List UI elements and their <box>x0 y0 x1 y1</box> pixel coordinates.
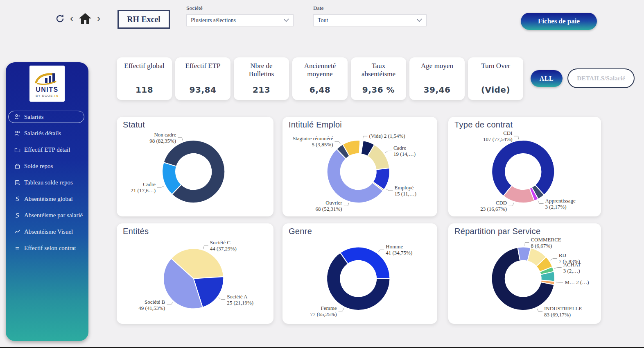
donut-chart-intitule-emploi[interactable]: (Vide) 2 (1,54%)Cadre19 (14,…)Employé15 … <box>282 117 437 216</box>
chart-title: Genre <box>289 227 312 236</box>
rows-icon <box>14 245 20 251</box>
sidebar-item-absenteisme-visuel[interactable]: Absentéisme Visuel <box>8 225 84 238</box>
kpi-card-nbre-bulletins: Nbre de Bulletins 213 <box>234 57 289 100</box>
sidebar: UNITS BY ECOS-IA Salariés Salariés détai… <box>6 62 88 341</box>
svg-text:COMMERCE8 (6,67%): COMMERCE8 (6,67%) <box>531 237 561 249</box>
svg-text:Société A25 (21,19%): Société A25 (21,19%) <box>227 293 253 306</box>
sidebar-item-label: Tableau solde repos <box>24 179 73 186</box>
kpi-value: 9,36 % <box>362 85 395 100</box>
sidebar-item-label: Absentéisme Visuel <box>24 228 73 235</box>
sidebar-nav: Salariés Salariés détails Effectif ETP d… <box>6 111 88 254</box>
sidebar-item-effectif-etp[interactable]: Effectif ETP détail <box>8 143 84 156</box>
clipboard-icon <box>14 180 20 186</box>
sidebar-item-label: Absentéisme par salarié <box>24 212 83 219</box>
sidebar-item-label: Salariés <box>24 114 43 121</box>
kpi-label: Effectif ETP <box>180 57 226 70</box>
svg-text:M… 2 (…): M… 2 (…) <box>565 279 589 285</box>
chart-card-genre: Genre Homme41 (34,75%)Femme77 (65,25%) <box>282 223 437 324</box>
bar-chart-logo-icon <box>34 71 61 86</box>
svg-text:CDI107 (77,54%): CDI107 (77,54%) <box>483 130 513 142</box>
chart-title: Type de contrat <box>454 120 513 130</box>
sidebar-item-label: Solde repos <box>24 163 53 170</box>
kpi-value: 93,84 <box>190 85 217 100</box>
page-title: RH Excel <box>118 10 170 29</box>
date-filter-label: Date <box>313 5 427 11</box>
sidebar-item-absenteisme-global[interactable]: Absentéisme global <box>8 193 84 205</box>
sidebar-item-label: Salariés détails <box>24 130 61 137</box>
donut-chart-statut[interactable]: Non cadre98 (82,35%)Cadre21 (17,6…) <box>117 117 273 216</box>
donut-chart-repartition-service[interactable]: COMMERCE8 (6,67%)RD7 (5,83%)ACHAT3 (2,…)… <box>448 223 601 324</box>
svg-text:Stagiaire rémunéré5 (3,85%): Stagiaire rémunéré5 (3,85%) <box>293 135 333 148</box>
back-chevron-icon[interactable]: ‹ <box>69 14 74 23</box>
s-curve-icon <box>14 196 20 202</box>
pie-chart-entites[interactable]: Société C44 (37,29%)Société A25 (21,19%)… <box>117 223 273 324</box>
svg-text:Cadre21 (17,6…): Cadre21 (17,6…) <box>131 181 156 193</box>
all-view-button[interactable]: ALL <box>531 70 563 87</box>
svg-text:CDD23 (16,67%): CDD23 (16,67%) <box>480 200 507 212</box>
kpi-card-age-moyen: Age moyen 39,46 <box>409 57 465 100</box>
sidebar-item-salaries[interactable]: Salariés <box>8 111 84 123</box>
employee-icon <box>14 114 20 120</box>
chart-card-entites: Entités Société C44 (37,29%)Société A25 … <box>117 223 273 324</box>
kpi-value: 118 <box>136 85 153 100</box>
svg-text:Ouvrier68 (52,31%): Ouvrier68 (52,31%) <box>316 200 343 212</box>
kpi-card-effectif-global: Effectif global 118 <box>117 57 172 100</box>
trend-line-icon <box>14 229 20 235</box>
societe-dropdown[interactable]: Plusieurs sélections <box>186 14 294 26</box>
svg-text:ACHAT3 (2,…): ACHAT3 (2,…) <box>563 262 581 274</box>
sidebar-item-solde-repos[interactable]: Solde repos <box>8 160 84 172</box>
details-view-button[interactable]: DETAILS/Salarié <box>567 68 635 88</box>
kpi-value: (Vide) <box>481 85 510 100</box>
date-dropdown[interactable]: Tout <box>313 14 427 26</box>
logo-brand-text: UNITS <box>36 86 59 93</box>
sidebar-item-label: Absentéisme global <box>24 196 73 202</box>
societe-dropdown-value: Plusieurs sélections <box>191 17 236 24</box>
svg-text:Homme41 (34,75%): Homme41 (34,75%) <box>386 243 412 256</box>
sidebar-item-effectif-contrat[interactable]: Effectif selon contrat <box>8 242 84 254</box>
date-dropdown-value: Tout <box>318 17 328 24</box>
kpi-card-taux-absenteisme: Taux absentéisme 9,36 % <box>351 57 406 100</box>
chart-card-repartition-service: Répartition par Service COMMERCE8 (6,67%… <box>448 223 601 324</box>
home-icon[interactable] <box>78 12 92 25</box>
employee-icon <box>14 130 20 136</box>
svg-text:Femme77 (65,25%): Femme77 (65,25%) <box>310 305 337 317</box>
kpi-label: Nbre de Bulletins <box>239 57 285 78</box>
kpi-value: 213 <box>253 85 270 100</box>
kpi-label: Age moyen <box>414 57 460 70</box>
folder-icon <box>14 147 20 153</box>
chart-card-statut: Statut Non cadre98 (82,35%)Cadre21 (17,6… <box>117 117 273 216</box>
svg-text:Société C44 (37,29%): Société C44 (37,29%) <box>210 239 237 252</box>
svg-text:Apprentissage3 (2,17%): Apprentissage3 (2,17%) <box>545 198 576 210</box>
kpi-label: Taux absentéisme <box>356 57 402 78</box>
payslips-button[interactable]: Fiches de paie <box>521 13 597 30</box>
kpi-label: Turn Over <box>473 57 519 70</box>
svg-text:INDUSTRIELLE83 (69,17%): INDUSTRIELLE83 (69,17%) <box>544 305 582 318</box>
sidebar-item-label: Effectif ETP détail <box>24 146 70 153</box>
chevron-down-icon <box>283 18 289 22</box>
sidebar-item-absenteisme-salarie[interactable]: Absentéisme par salarié <box>8 209 84 221</box>
refresh-icon[interactable] <box>55 14 65 24</box>
chevron-down-icon <box>416 18 422 22</box>
bag-icon <box>14 163 20 169</box>
kpi-card-anciennete: Ancienneté moyenne 6,48 <box>292 57 348 100</box>
societe-filter: Société Plusieurs sélections <box>186 5 294 26</box>
sidebar-item-salaries-details[interactable]: Salariés détails <box>8 127 84 139</box>
svg-text:Employé15 (11,…): Employé15 (11,…) <box>394 184 416 197</box>
svg-text:Non cadre98 (82,35%): Non cadre98 (82,35%) <box>149 132 176 144</box>
sidebar-item-label: Effectif selon contrat <box>24 245 76 252</box>
chart-card-type-contrat: Type de contrat CDI107 (77,54%)Apprentis… <box>448 117 601 216</box>
kpi-value: 6,48 <box>310 85 330 100</box>
logo-sub-text: BY ECOS-IA <box>36 94 59 98</box>
kpi-label: Effectif global <box>122 57 167 70</box>
kpi-label: Ancienneté moyenne <box>297 57 343 78</box>
sidebar-item-tableau-solde-repos[interactable]: Tableau solde repos <box>8 176 84 189</box>
forward-chevron-icon[interactable]: › <box>96 14 101 23</box>
svg-text:(Vide) 2 (1,54%): (Vide) 2 (1,54%) <box>369 133 405 139</box>
dashboard-canvas: ‹ › RH Excel Société Plusieurs sélection… <box>0 0 644 348</box>
svg-text:Société B49 (41,53%): Société B49 (41,53%) <box>138 299 165 311</box>
chart-card-intitule-emploi: Intitulé Emploi (Vide) 2 (1,54%)Cadre19 … <box>282 117 437 216</box>
donut-chart-type-contrat[interactable]: CDI107 (77,54%)Apprentissage3 (2,17%)CDD… <box>448 117 601 216</box>
donut-chart-genre[interactable]: Homme41 (34,75%)Femme77 (65,25%) <box>282 223 437 324</box>
chart-title: Répartition par Service <box>454 227 540 236</box>
svg-text:Cadre19 (14,…): Cadre19 (14,…) <box>393 145 416 157</box>
